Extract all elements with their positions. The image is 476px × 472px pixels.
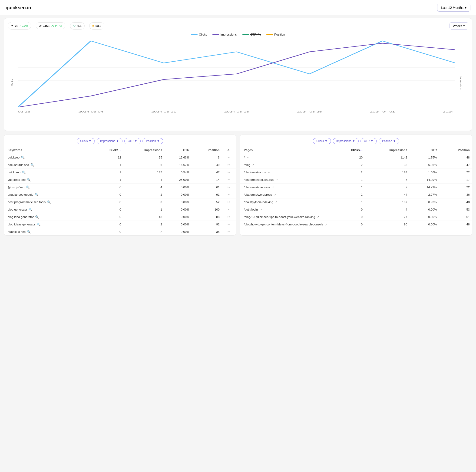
external-link-icon[interactable]: ↗	[260, 208, 262, 211]
chart-container: Clicks Impressions 0 1 2 3 4 5 0 100 200…	[8, 39, 468, 127]
position-cell: 47	[192, 169, 222, 176]
clicks-icon: ✦	[11, 24, 14, 28]
filter-icon: ▼	[134, 139, 137, 143]
keywords-table: Keywords Clicks↓≡ Impressions CTR Positi…	[4, 146, 236, 236]
ctr-cell: 0.00%	[165, 228, 192, 236]
position-cell: 52	[192, 199, 222, 206]
position-cell: 14	[192, 176, 222, 184]
ai-icon[interactable]: ✂	[228, 170, 230, 174]
pg-clicks-header[interactable]: Clicks↓≡	[332, 146, 365, 154]
weeks-chevron: ▾	[463, 24, 465, 28]
ai-cell[interactable]: ✂	[222, 228, 236, 236]
ai-icon[interactable]: ✂	[228, 208, 230, 211]
ai-icon[interactable]: ✂	[228, 156, 230, 159]
ctr-cell: 12.63%	[165, 154, 192, 161]
keyword-search-icon[interactable]: 🔍	[31, 163, 34, 167]
keywords-filter-position[interactable]: Position ▼	[142, 138, 163, 144]
date-range-button[interactable]: Last 12 Months ▾	[437, 4, 470, 12]
weeks-button[interactable]: Weeks ▾	[449, 22, 469, 30]
ai-cell[interactable]: ✂	[222, 199, 236, 206]
table-row: @nuxtjs/seo 🔍 0 4 0.00% 61 ✂	[4, 184, 236, 191]
page-cell: /blog/how-to-get-content-ideas-from-goog…	[240, 221, 332, 228]
kw-col-header: Keywords	[4, 146, 94, 154]
pages-filter-impressions[interactable]: Impressions ▼	[333, 138, 359, 144]
ctr-cell: 1.75%	[409, 154, 439, 161]
keyword-search-icon[interactable]: 🔍	[37, 223, 40, 226]
clicks-cell: 0	[94, 221, 123, 228]
keyword-search-icon[interactable]: 🔍	[21, 156, 25, 159]
page-text: /blog/10-quick-seo-tips-to-boost-your-we…	[244, 215, 315, 219]
ai-icon[interactable]: ✂	[228, 200, 230, 204]
position-badge: ≡ 53.3	[89, 22, 104, 30]
ctr-cell: 25.00%	[165, 176, 192, 184]
table-row: /blog/10-quick-seo-tips-to-boost-your-we…	[240, 213, 472, 221]
table-row: /auth/login ↗ 0 4 0.00% 53	[240, 206, 472, 213]
keyword-search-icon[interactable]: 🔍	[27, 178, 31, 182]
ai-cell[interactable]: ✂	[222, 206, 236, 213]
pages-table: Pages Clicks↓≡ Impressions CTR Position …	[240, 146, 472, 228]
pages-filter-clicks[interactable]: Clicks ▼	[313, 138, 331, 144]
ai-icon[interactable]: ✂	[228, 163, 230, 167]
kw-position-header: Position	[192, 146, 222, 154]
keywords-filter-ctr[interactable]: CTR ▼	[124, 138, 141, 144]
legend-position: Position	[266, 33, 285, 36]
y-left-label: Clicks	[11, 79, 14, 86]
page-text: /tools/python-indexing	[244, 200, 273, 204]
external-link-icon[interactable]: ↗	[272, 186, 274, 189]
keyword-search-icon[interactable]: 🔍	[35, 193, 39, 196]
ai-icon[interactable]: ✂	[228, 185, 230, 189]
impressions-cell: 107	[365, 199, 409, 206]
keyword-search-icon[interactable]: 🔍	[27, 230, 31, 234]
ai-cell[interactable]: ✂	[222, 221, 236, 228]
keywords-filter-clicks[interactable]: Clicks ▼	[77, 138, 95, 144]
impressions-cell: 2	[123, 228, 164, 236]
col-label: Clicks	[109, 148, 118, 152]
ai-icon[interactable]: ✂	[228, 215, 230, 219]
ai-cell[interactable]: ✂	[222, 191, 236, 199]
page-cell: /platforms/wordpress ↗	[240, 191, 332, 199]
keyword-text: @nuxtjs/seo	[8, 185, 24, 189]
external-link-icon[interactable]: ↗	[275, 178, 278, 182]
external-link-icon[interactable]: ↗	[317, 216, 319, 219]
table-row: / ↗ 20 1142 1.75% 48	[240, 154, 472, 161]
pages-filter-position[interactable]: Position ▼	[379, 138, 399, 144]
kw-clicks-header[interactable]: Clicks↓≡	[94, 146, 123, 154]
pages-filter-ctr[interactable]: CTR ▼	[360, 138, 377, 144]
external-link-icon[interactable]: ↗	[273, 193, 276, 196]
page-text: /blog	[244, 163, 250, 167]
clicks-cell: 1	[332, 199, 365, 206]
keyword-search-icon[interactable]: 🔍	[35, 215, 39, 219]
external-link-icon[interactable]: ↗	[252, 163, 255, 167]
position-cell: 61	[192, 184, 222, 191]
keyword-cell: angular seo google 🔍	[4, 191, 94, 199]
keyword-search-icon[interactable]: 🔍	[22, 170, 26, 174]
ai-cell[interactable]: ✂	[222, 184, 236, 191]
external-link-icon[interactable]: ↗	[275, 201, 277, 204]
ai-cell[interactable]: ✂	[222, 176, 236, 184]
keyword-search-icon[interactable]: 🔍	[47, 200, 51, 204]
table-row: blog idea generator 🔍 0 48 0.00% 88 ✂	[4, 213, 236, 221]
metrics-row: ✦ 28 ↗0.0% ⟳ 2458 ↗164.7% % 1.1 ≡ 53.3 W…	[8, 22, 468, 30]
ai-cell[interactable]: ✂	[222, 213, 236, 221]
ai-cell[interactable]: ✂	[222, 161, 236, 169]
keyword-search-icon[interactable]: 🔍	[26, 185, 30, 189]
ai-cell[interactable]: ✂	[222, 169, 236, 176]
external-link-icon[interactable]: ↗	[325, 223, 327, 226]
keywords-filter-impressions[interactable]: Impressions ▼	[97, 138, 122, 144]
ai-icon[interactable]: ✂	[228, 178, 230, 182]
legend-impressions-label: Impressions	[220, 33, 237, 36]
clicks-cell: 0	[94, 206, 123, 213]
page-cell: / ↗	[240, 154, 332, 161]
kw-impressions-header: Impressions	[123, 146, 164, 154]
ai-cell[interactable]: ✂	[222, 154, 236, 161]
impressions-cell: 4	[365, 206, 409, 213]
external-link-icon[interactable]: ↗	[246, 156, 249, 159]
ai-icon[interactable]: ✂	[228, 223, 230, 226]
external-link-icon[interactable]: ↗	[268, 171, 270, 174]
ai-icon[interactable]: ✂	[228, 230, 230, 234]
ai-icon[interactable]: ✂	[228, 193, 230, 196]
keyword-cell: best programmatic seo tools 🔍	[4, 199, 94, 206]
position-value: 53.3	[96, 24, 101, 28]
keyword-cell: vuepress seo 🔍	[4, 176, 94, 184]
keyword-search-icon[interactable]: 🔍	[29, 208, 32, 211]
